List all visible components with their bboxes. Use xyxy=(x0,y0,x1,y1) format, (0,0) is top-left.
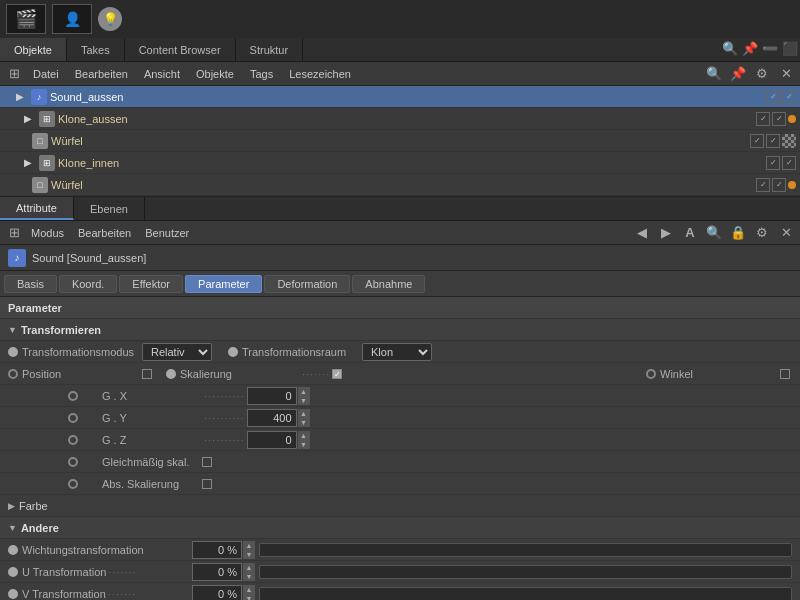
spin-wichtung-up[interactable]: ▲ xyxy=(243,541,255,550)
attr-grid-icon[interactable]: ⊞ xyxy=(4,223,24,243)
obj-badges-sound: ✓ ✓ xyxy=(766,90,796,104)
check-skalierung[interactable] xyxy=(332,369,342,379)
pin-icon[interactable]: 📌 xyxy=(728,64,748,84)
search-icon[interactable]: 🔍 xyxy=(704,64,724,84)
obj-row-wuerfel2[interactable]: □ Würfel ✓ ✓ xyxy=(0,174,800,196)
check-winkel[interactable] xyxy=(780,369,790,379)
expand-icon-sound: ▶ xyxy=(12,89,28,105)
settings-icon[interactable]: ⚙ xyxy=(752,64,772,84)
slider-v-transform[interactable] xyxy=(259,587,792,601)
tab-attribute[interactable]: Attribute xyxy=(0,197,74,220)
input-gy[interactable] xyxy=(247,409,297,427)
close-icon[interactable]: ✕ xyxy=(776,64,796,84)
check-position[interactable] xyxy=(142,369,152,379)
param-tab-deformation[interactable]: Deformation xyxy=(264,275,350,293)
spin-v-up[interactable]: ▲ xyxy=(243,585,255,594)
attr-modus[interactable]: Modus xyxy=(24,226,71,240)
radio-winkel[interactable] xyxy=(646,369,656,379)
param-tab-effektor[interactable]: Effektor xyxy=(119,275,183,293)
attr-search-icon[interactable]: 🔍 xyxy=(704,223,724,243)
pin-icon-top[interactable]: 📌 xyxy=(740,38,760,58)
input-wichtung[interactable] xyxy=(192,541,242,559)
radio-transfraum[interactable] xyxy=(228,347,238,357)
menu-datei[interactable]: Datei xyxy=(26,67,66,81)
menu-objekte[interactable]: Objekte xyxy=(189,67,241,81)
radio-skalierung[interactable] xyxy=(166,369,176,379)
attr-settings-icon[interactable]: ⚙ xyxy=(752,223,772,243)
radio-v-transform[interactable] xyxy=(8,589,18,599)
tab-ebenen[interactable]: Ebenen xyxy=(74,197,145,220)
tab-content-browser[interactable]: Content Browser xyxy=(125,38,236,61)
input-v-transform[interactable] xyxy=(192,585,242,601)
tab-takes[interactable]: Takes xyxy=(67,38,125,61)
spin-gy-down[interactable]: ▼ xyxy=(298,418,310,427)
select-transfraum[interactable]: Klon Welt xyxy=(362,343,432,361)
badge-w1-vis2: ✓ xyxy=(766,134,780,148)
grid-icon[interactable]: ⊞ xyxy=(4,64,24,84)
param-tab-basis[interactable]: Basis xyxy=(4,275,57,293)
label-abs-skal: Abs. Skalierung xyxy=(82,478,202,490)
param-tab-parameter[interactable]: Parameter xyxy=(185,275,262,293)
param-tab-abnahme[interactable]: Abnahme xyxy=(352,275,425,293)
select-transfmodus[interactable]: Relativ Absolut xyxy=(142,343,212,361)
radio-gy[interactable] xyxy=(68,413,78,423)
section-farbe[interactable]: ▶ Farbe xyxy=(0,495,800,517)
attr-arrow-left[interactable]: ◀ xyxy=(632,223,652,243)
attr-arrow-right[interactable]: ▶ xyxy=(656,223,676,243)
param-tabs: Basis Koord. Effektor Parameter Deformat… xyxy=(0,271,800,297)
spin-gz-up[interactable]: ▲ xyxy=(298,431,310,440)
input-gx[interactable] xyxy=(247,387,297,405)
row-gz: G . Z ·········· ▲ ▼ xyxy=(0,429,800,451)
radio-gz[interactable] xyxy=(68,435,78,445)
obj-row-klon1[interactable]: ▶ ⊞ Klone_aussen ✓ ✓ xyxy=(0,108,800,130)
menu-tags[interactable]: Tags xyxy=(243,67,280,81)
attr-lock-icon[interactable]: 🔒 xyxy=(728,223,748,243)
tab-objekte[interactable]: Objekte xyxy=(0,38,67,61)
radio-transfmodus[interactable] xyxy=(8,347,18,357)
tab-struktur[interactable]: Struktur xyxy=(236,38,304,61)
radio-gx[interactable] xyxy=(68,391,78,401)
spin-gz-down[interactable]: ▼ xyxy=(298,440,310,449)
menu-bearbeiten[interactable]: Bearbeiten xyxy=(68,67,135,81)
slider-u-transform[interactable] xyxy=(259,565,792,579)
radio-abs-skal[interactable] xyxy=(68,479,78,489)
slider-wichtung[interactable] xyxy=(259,543,792,557)
object-list: ▶ ♪ Sound_aussen ✓ ✓ ▶ ⊞ Klone_aussen ✓ … xyxy=(0,86,800,197)
spin-v-down[interactable]: ▼ xyxy=(243,594,255,601)
section-andere[interactable]: ▼ Andere xyxy=(0,517,800,539)
wrap-v-transform: ▲ ▼ xyxy=(192,585,792,601)
spinner-v-transform: ▲ ▼ xyxy=(243,585,255,601)
input-gz[interactable] xyxy=(247,431,297,449)
spin-gx-up[interactable]: ▲ xyxy=(298,387,310,396)
radio-gleichm[interactable] xyxy=(68,457,78,467)
attr-close-icon[interactable]: ✕ xyxy=(776,223,796,243)
radio-u-transform[interactable] xyxy=(8,567,18,577)
spin-gx-down[interactable]: ▼ xyxy=(298,396,310,405)
attr-bearbeiten[interactable]: Bearbeiten xyxy=(71,226,138,240)
attr-capital-a[interactable]: A xyxy=(680,223,700,243)
minimize-icon-top[interactable]: ➖ xyxy=(760,38,780,58)
section-transformieren[interactable]: ▼ Transformieren xyxy=(0,319,800,341)
menu-ansicht[interactable]: Ansicht xyxy=(137,67,187,81)
menu-lesezeichen[interactable]: Lesezeichen xyxy=(282,67,358,81)
logo-bulb[interactable]: 💡 xyxy=(98,7,122,31)
attr-benutzer[interactable]: Benutzer xyxy=(138,226,196,240)
dots-gx: ·········· xyxy=(204,390,245,402)
check-gleichm[interactable] xyxy=(202,457,212,467)
input-u-transform[interactable] xyxy=(192,563,242,581)
wuerfel1-icon: □ xyxy=(32,133,48,149)
obj-row-klon2[interactable]: ▶ ⊞ Klone_innen ✓ ✓ xyxy=(0,152,800,174)
spin-u-up[interactable]: ▲ xyxy=(243,563,255,572)
spin-u-down[interactable]: ▼ xyxy=(243,572,255,581)
obj-row-wuerfel1[interactable]: □ Würfel ✓ ✓ xyxy=(0,130,800,152)
maximize-icon-top[interactable]: ⬛ xyxy=(780,38,800,58)
spin-wichtung-down[interactable]: ▼ xyxy=(243,550,255,559)
check-abs-skal[interactable] xyxy=(202,479,212,489)
arrow-transform: ▼ xyxy=(8,325,17,335)
radio-wichtung[interactable] xyxy=(8,545,18,555)
param-tab-koord[interactable]: Koord. xyxy=(59,275,117,293)
search-icon-top[interactable]: 🔍 xyxy=(720,38,740,58)
obj-row-sound[interactable]: ▶ ♪ Sound_aussen ✓ ✓ xyxy=(0,86,800,108)
spin-gy-up[interactable]: ▲ xyxy=(298,409,310,418)
radio-position[interactable] xyxy=(8,369,18,379)
